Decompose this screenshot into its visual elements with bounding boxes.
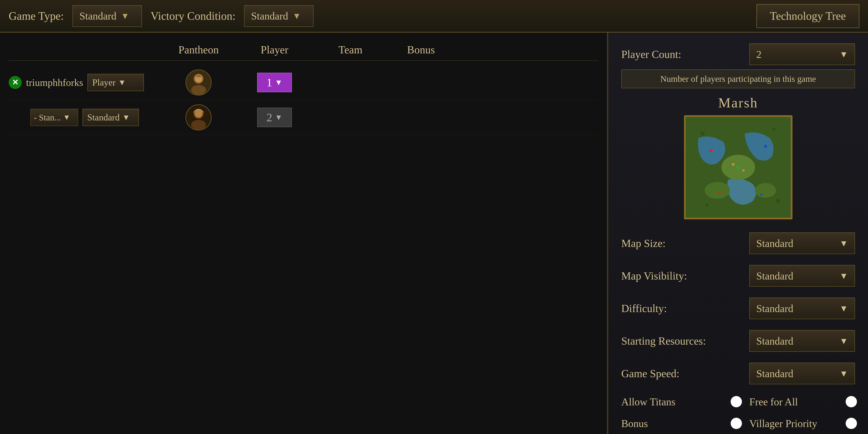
starting-resources-label: Starting Resources: [621, 335, 743, 347]
player-num-button-1[interactable]: 1 ▼ [257, 73, 292, 92]
map-visibility-label: Map Visibility: [621, 270, 743, 282]
difficulty-setting-label: Difficulty: [621, 302, 743, 315]
svg-point-6 [191, 120, 206, 130]
player-num-cell-2: 2 ▼ [237, 107, 312, 127]
victory-condition-arrow-icon: ▼ [292, 11, 301, 21]
player-role-dropdown-1[interactable]: Player ▼ [88, 74, 144, 91]
difficulty-setting-row: Difficulty: Standard ▼ [621, 298, 855, 319]
role-arrow-icon-2: ▼ [122, 113, 130, 122]
allow-titans-label: Allow Titans [621, 396, 743, 408]
svg-point-2 [191, 85, 206, 95]
game-speed-dropdown[interactable]: Standard ▼ [749, 363, 855, 384]
header-bonus: Bonus [389, 43, 454, 56]
starting-resources-dropdown[interactable]: Standard ▼ [749, 330, 855, 352]
table-row: - Stan... ▼ Standard ▼ [9, 100, 598, 135]
header-player: Player [237, 43, 312, 56]
top-bar: Game Type: Standard ▼ Victory Condition:… [0, 0, 868, 33]
player-info-1: ✕ triumphhforks Player ▼ [9, 74, 161, 91]
toggle-row-bonus: Bonus Villager Priority [621, 417, 855, 430]
svg-rect-18 [742, 169, 745, 172]
difficulty-dropdown[interactable]: - Stan... ▼ [30, 109, 78, 126]
svg-rect-17 [732, 163, 735, 166]
map-name: Marsh [621, 95, 855, 111]
game-speed-arrow-icon: ▼ [839, 369, 848, 379]
avatar-2 [186, 104, 212, 130]
diff-arrow-icon: ▼ [63, 113, 70, 122]
player-num-arrow-2: ▼ [275, 113, 282, 122]
difficulty-arrow-icon: ▼ [839, 303, 848, 314]
svg-point-22 [772, 128, 775, 131]
map-visibility-arrow-icon: ▼ [839, 271, 848, 281]
header-team: Team [312, 43, 389, 56]
svg-point-19 [701, 132, 705, 136]
game-type-dropdown[interactable]: Standard ▼ [72, 5, 142, 27]
game-type-label: Game Type: [9, 9, 64, 22]
starting-resources-row: Starting Resources: Standard ▼ [621, 330, 855, 352]
main-container: Pantheon Player Team Bonus ✕ triumphhfor… [0, 33, 868, 434]
player-num-button-2[interactable]: 2 ▼ [257, 107, 292, 127]
map-size-arrow-icon: ▼ [839, 238, 848, 248]
game-type-arrow-icon: ▼ [121, 11, 129, 21]
svg-point-20 [776, 199, 780, 203]
villager-priority-label: Villager Priority [749, 417, 858, 429]
game-speed-row: Game Speed: Standard ▼ [621, 363, 855, 384]
player-num-cell-1: 1 ▼ [237, 73, 312, 92]
free-for-all-label: Free for All [749, 396, 858, 408]
map-size-label: Map Size: [621, 237, 743, 250]
map-size-dropdown[interactable]: Standard ▼ [749, 232, 855, 254]
svg-point-15 [718, 191, 721, 194]
svg-point-11 [755, 183, 776, 198]
toggle-row-allow-titans: Allow Titans Free for All [621, 395, 855, 408]
map-visibility-row: Map Visibility: Standard ▼ [621, 265, 855, 287]
header-pantheon: Pantheon [161, 43, 237, 56]
map-size-row: Map Size: Standard ▼ [621, 232, 855, 254]
player-role-dropdown-2[interactable]: Standard ▼ [83, 109, 139, 126]
game-speed-label: Game Speed: [621, 367, 743, 380]
player-count-tooltip: Number of players participating in this … [621, 69, 855, 88]
difficulty-setting-dropdown[interactable]: Standard ▼ [749, 298, 855, 319]
starting-resources-arrow-icon: ▼ [839, 336, 848, 346]
map-visibility-dropdown[interactable]: Standard ▼ [749, 265, 855, 287]
player-header-row: Pantheon Player Team Bonus [9, 39, 598, 61]
svg-point-7 [195, 110, 202, 117]
pantheon-avatar-2 [161, 104, 237, 130]
map-preview-container [621, 115, 855, 219]
left-panel: Pantheon Player Team Bonus ✕ triumphhfor… [0, 33, 608, 434]
svg-point-14 [737, 165, 740, 169]
tech-tree-button[interactable]: Technology Tree [756, 4, 859, 28]
player-count-arrow-icon: ▼ [839, 49, 848, 59]
right-panel: Player Count: 2 ▼ Number of players part… [608, 33, 868, 434]
svg-point-13 [764, 145, 767, 148]
player-count-label: Player Count: [621, 48, 743, 61]
map-preview [684, 115, 793, 219]
xbox-icon: ✕ [9, 76, 22, 89]
player-name-1: triumphhforks [26, 77, 83, 88]
svg-point-12 [709, 149, 712, 152]
player-count-dropdown[interactable]: 2 ▼ [749, 43, 855, 65]
player-count-row: Player Count: 2 ▼ [621, 43, 855, 65]
victory-condition-dropdown[interactable]: Standard ▼ [244, 5, 314, 27]
avatar-1 [186, 69, 212, 95]
table-row: ✕ triumphhforks Player ▼ [9, 65, 598, 100]
svg-point-21 [705, 203, 708, 207]
victory-condition-label: Victory Condition: [151, 9, 236, 22]
player-info-2: - Stan... ▼ Standard ▼ [9, 109, 161, 126]
role-arrow-icon-1: ▼ [118, 78, 126, 87]
player-num-arrow-1: ▼ [275, 78, 282, 87]
svg-point-16 [760, 193, 763, 196]
pantheon-avatar-1 [161, 69, 237, 95]
svg-point-10 [705, 182, 730, 199]
bonus-label: Bonus [621, 417, 743, 429]
